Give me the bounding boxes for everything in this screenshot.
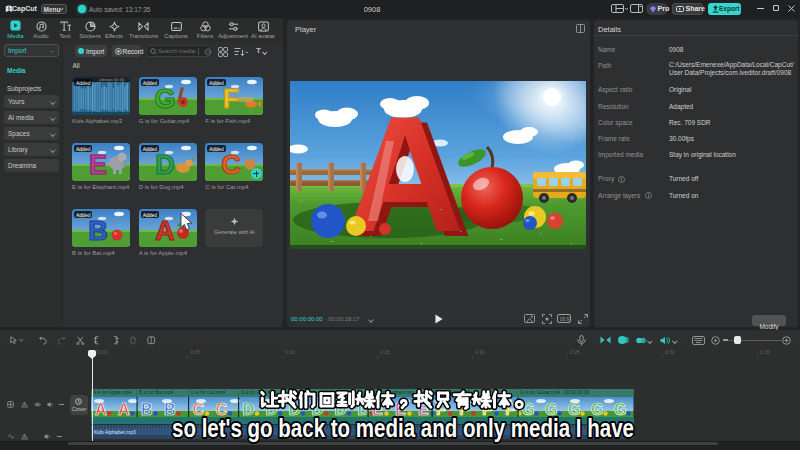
svg-text:so let's go back to media and: so let's go back to media and only media… bbox=[172, 413, 634, 443]
